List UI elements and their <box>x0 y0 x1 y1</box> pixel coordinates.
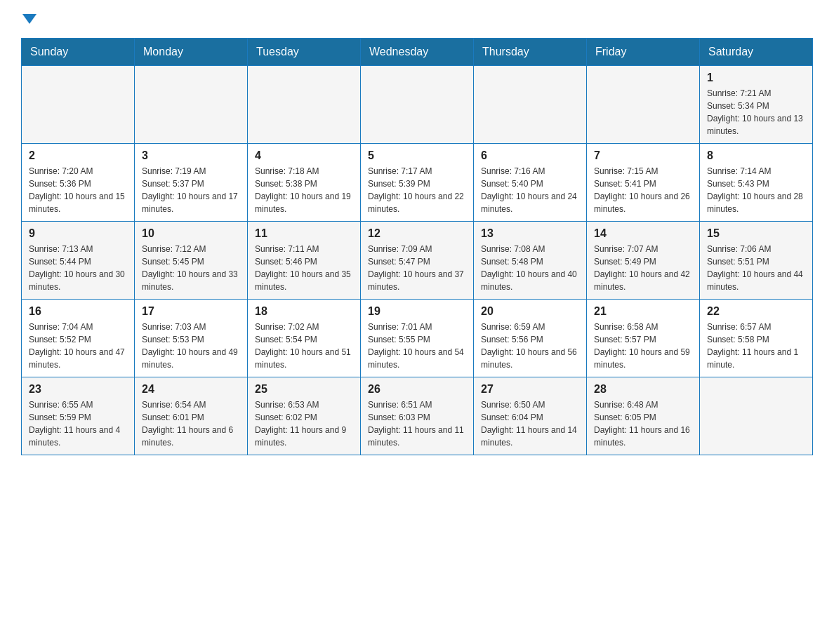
calendar-week-row: 1Sunrise: 7:21 AM Sunset: 5:34 PM Daylig… <box>22 66 813 144</box>
day-info: Sunrise: 6:59 AM Sunset: 5:56 PM Dayligh… <box>481 321 579 371</box>
day-number: 26 <box>368 383 466 396</box>
day-info: Sunrise: 7:07 AM Sunset: 5:49 PM Dayligh… <box>594 243 692 293</box>
calendar-cell: 13Sunrise: 7:08 AM Sunset: 5:48 PM Dayli… <box>474 222 587 300</box>
day-number: 18 <box>255 305 353 318</box>
calendar-cell: 8Sunrise: 7:14 AM Sunset: 5:43 PM Daylig… <box>700 144 813 222</box>
day-number: 15 <box>707 227 805 240</box>
page-header <box>21 14 813 24</box>
day-number: 16 <box>29 305 127 318</box>
calendar-cell: 19Sunrise: 7:01 AM Sunset: 5:55 PM Dayli… <box>361 300 474 377</box>
calendar-week-row: 16Sunrise: 7:04 AM Sunset: 5:52 PM Dayli… <box>22 300 813 377</box>
calendar-cell: 25Sunrise: 6:53 AM Sunset: 6:02 PM Dayli… <box>248 377 361 455</box>
day-number: 12 <box>368 227 466 240</box>
day-info: Sunrise: 7:04 AM Sunset: 5:52 PM Dayligh… <box>29 321 127 371</box>
day-number: 5 <box>368 149 466 162</box>
day-info: Sunrise: 6:55 AM Sunset: 5:59 PM Dayligh… <box>29 398 127 449</box>
day-number: 8 <box>707 149 805 162</box>
day-number: 1 <box>707 72 805 84</box>
day-number: 28 <box>594 383 692 396</box>
day-info: Sunrise: 7:11 AM Sunset: 5:46 PM Dayligh… <box>255 243 353 293</box>
day-info: Sunrise: 7:06 AM Sunset: 5:51 PM Dayligh… <box>707 243 805 293</box>
day-info: Sunrise: 7:02 AM Sunset: 5:54 PM Dayligh… <box>255 321 353 371</box>
day-info: Sunrise: 7:09 AM Sunset: 5:47 PM Dayligh… <box>368 243 466 293</box>
calendar-week-row: 2Sunrise: 7:20 AM Sunset: 5:36 PM Daylig… <box>22 144 813 222</box>
weekday-header-monday: Monday <box>135 39 248 66</box>
weekday-header-thursday: Thursday <box>474 39 587 66</box>
calendar-cell: 23Sunrise: 6:55 AM Sunset: 5:59 PM Dayli… <box>22 377 135 455</box>
day-number: 4 <box>255 149 353 162</box>
day-number: 17 <box>142 305 240 318</box>
calendar-cell: 12Sunrise: 7:09 AM Sunset: 5:47 PM Dayli… <box>361 222 474 300</box>
calendar-cell: 2Sunrise: 7:20 AM Sunset: 5:36 PM Daylig… <box>22 144 135 222</box>
day-info: Sunrise: 7:01 AM Sunset: 5:55 PM Dayligh… <box>368 321 466 371</box>
calendar-cell: 16Sunrise: 7:04 AM Sunset: 5:52 PM Dayli… <box>22 300 135 377</box>
day-number: 19 <box>368 305 466 318</box>
day-info: Sunrise: 7:03 AM Sunset: 5:53 PM Dayligh… <box>142 321 240 371</box>
day-number: 24 <box>142 383 240 396</box>
calendar-cell: 7Sunrise: 7:15 AM Sunset: 5:41 PM Daylig… <box>587 144 700 222</box>
day-number: 9 <box>29 227 127 240</box>
day-info: Sunrise: 7:13 AM Sunset: 5:44 PM Dayligh… <box>29 243 127 293</box>
calendar-cell: 18Sunrise: 7:02 AM Sunset: 5:54 PM Dayli… <box>248 300 361 377</box>
day-info: Sunrise: 7:15 AM Sunset: 5:41 PM Dayligh… <box>594 165 692 215</box>
day-info: Sunrise: 6:57 AM Sunset: 5:58 PM Dayligh… <box>707 321 805 371</box>
weekday-header-sunday: Sunday <box>22 39 135 66</box>
day-number: 6 <box>481 149 579 162</box>
day-info: Sunrise: 7:16 AM Sunset: 5:40 PM Dayligh… <box>481 165 579 215</box>
logo <box>21 14 42 24</box>
day-info: Sunrise: 7:14 AM Sunset: 5:43 PM Dayligh… <box>707 165 805 215</box>
calendar-cell: 14Sunrise: 7:07 AM Sunset: 5:49 PM Dayli… <box>587 222 700 300</box>
day-info: Sunrise: 6:51 AM Sunset: 6:03 PM Dayligh… <box>368 398 466 449</box>
day-number: 20 <box>481 305 579 318</box>
weekday-header-wednesday: Wednesday <box>361 39 474 66</box>
calendar-cell <box>135 66 248 144</box>
day-number: 13 <box>481 227 579 240</box>
calendar-cell: 11Sunrise: 7:11 AM Sunset: 5:46 PM Dayli… <box>248 222 361 300</box>
day-info: Sunrise: 6:48 AM Sunset: 6:05 PM Dayligh… <box>594 398 692 449</box>
day-number: 14 <box>594 227 692 240</box>
day-number: 27 <box>481 383 579 396</box>
day-info: Sunrise: 7:20 AM Sunset: 5:36 PM Dayligh… <box>29 165 127 215</box>
day-number: 25 <box>255 383 353 396</box>
calendar-cell: 6Sunrise: 7:16 AM Sunset: 5:40 PM Daylig… <box>474 144 587 222</box>
calendar-cell: 3Sunrise: 7:19 AM Sunset: 5:37 PM Daylig… <box>135 144 248 222</box>
day-info: Sunrise: 7:19 AM Sunset: 5:37 PM Dayligh… <box>142 165 240 215</box>
calendar-cell: 10Sunrise: 7:12 AM Sunset: 5:45 PM Dayli… <box>135 222 248 300</box>
day-number: 10 <box>142 227 240 240</box>
calendar-cell: 28Sunrise: 6:48 AM Sunset: 6:05 PM Dayli… <box>587 377 700 455</box>
calendar-cell: 1Sunrise: 7:21 AM Sunset: 5:34 PM Daylig… <box>700 66 813 144</box>
day-info: Sunrise: 7:18 AM Sunset: 5:38 PM Dayligh… <box>255 165 353 215</box>
day-info: Sunrise: 6:58 AM Sunset: 5:57 PM Dayligh… <box>594 321 692 371</box>
calendar-week-row: 9Sunrise: 7:13 AM Sunset: 5:44 PM Daylig… <box>22 222 813 300</box>
day-info: Sunrise: 6:54 AM Sunset: 6:01 PM Dayligh… <box>142 398 240 449</box>
day-info: Sunrise: 7:21 AM Sunset: 5:34 PM Dayligh… <box>707 87 805 137</box>
day-number: 2 <box>29 149 127 162</box>
day-info: Sunrise: 7:08 AM Sunset: 5:48 PM Dayligh… <box>481 243 579 293</box>
day-info: Sunrise: 7:12 AM Sunset: 5:45 PM Dayligh… <box>142 243 240 293</box>
calendar-header-row: SundayMondayTuesdayWednesdayThursdayFrid… <box>22 39 813 66</box>
weekday-header-saturday: Saturday <box>700 39 813 66</box>
calendar-cell: 5Sunrise: 7:17 AM Sunset: 5:39 PM Daylig… <box>361 144 474 222</box>
calendar-cell: 22Sunrise: 6:57 AM Sunset: 5:58 PM Dayli… <box>700 300 813 377</box>
day-number: 21 <box>594 305 692 318</box>
day-number: 22 <box>707 305 805 318</box>
calendar-cell: 9Sunrise: 7:13 AM Sunset: 5:44 PM Daylig… <box>22 222 135 300</box>
calendar-cell: 17Sunrise: 7:03 AM Sunset: 5:53 PM Dayli… <box>135 300 248 377</box>
calendar-table: SundayMondayTuesdayWednesdayThursdayFrid… <box>21 38 813 455</box>
calendar-cell: 4Sunrise: 7:18 AM Sunset: 5:38 PM Daylig… <box>248 144 361 222</box>
calendar-cell <box>474 66 587 144</box>
weekday-header-friday: Friday <box>587 39 700 66</box>
calendar-cell <box>248 66 361 144</box>
calendar-cell <box>700 377 813 455</box>
calendar-cell: 27Sunrise: 6:50 AM Sunset: 6:04 PM Dayli… <box>474 377 587 455</box>
day-number: 23 <box>29 383 127 396</box>
calendar-cell: 24Sunrise: 6:54 AM Sunset: 6:01 PM Dayli… <box>135 377 248 455</box>
calendar-week-row: 23Sunrise: 6:55 AM Sunset: 5:59 PM Dayli… <box>22 377 813 455</box>
calendar-cell <box>587 66 700 144</box>
logo-triangle-icon <box>22 14 37 24</box>
weekday-header-tuesday: Tuesday <box>248 39 361 66</box>
calendar-cell: 26Sunrise: 6:51 AM Sunset: 6:03 PM Dayli… <box>361 377 474 455</box>
day-info: Sunrise: 6:50 AM Sunset: 6:04 PM Dayligh… <box>481 398 579 449</box>
calendar-cell <box>22 66 135 144</box>
calendar-cell: 20Sunrise: 6:59 AM Sunset: 5:56 PM Dayli… <box>474 300 587 377</box>
